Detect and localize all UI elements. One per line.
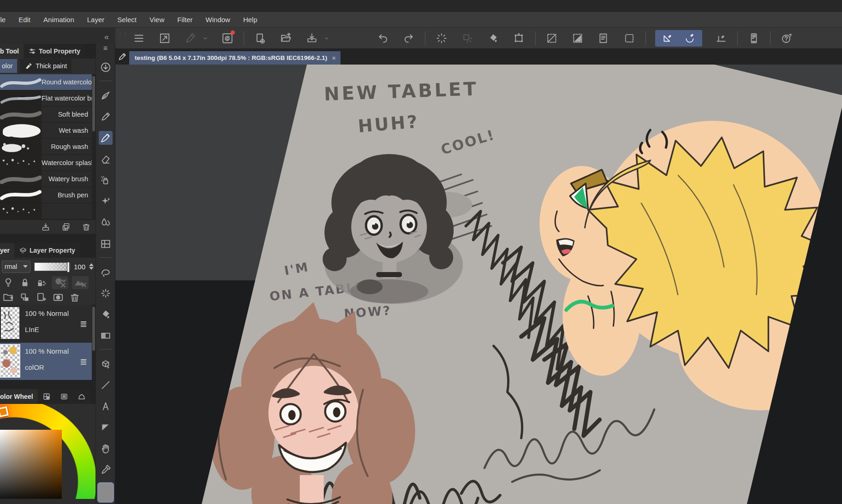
operation-tool[interactable] — [99, 357, 113, 371]
pen-tool[interactable] — [99, 89, 113, 102]
new-layer-button[interactable] — [35, 291, 48, 304]
canvas-scale-button[interactable] — [158, 31, 172, 45]
tab-tool-property[interactable]: Tool Property — [24, 44, 85, 59]
gradient-tool[interactable] — [99, 329, 113, 343]
canvas-viewport[interactable]: NEW TABLET HUH? COOL! I'M ON A TABLET NO… — [115, 65, 842, 504]
layer-color-button[interactable] — [2, 276, 15, 289]
new-canvas-button[interactable] — [253, 31, 267, 45]
object-picker-button[interactable] — [184, 31, 197, 45]
new-folder-button[interactable] — [2, 291, 15, 304]
menu-animation[interactable]: Animation — [42, 16, 75, 24]
transform-button[interactable] — [512, 31, 526, 45]
menu-file[interactable]: File — [0, 16, 6, 24]
decoration-tool[interactable] — [99, 195, 113, 208]
layer-row-color[interactable]: 100 % Normal colOR ≣ — [0, 343, 96, 380]
clip-studio-button[interactable] — [221, 31, 234, 45]
undo-button[interactable] — [376, 31, 390, 45]
brush-item-brush-pen[interactable]: Brush pen — [0, 187, 96, 203]
tab-close-icon[interactable]: × — [332, 54, 336, 62]
blend-mode-select[interactable]: rmal — [2, 261, 30, 273]
invert-selection-button[interactable] — [571, 31, 585, 45]
save-button[interactable] — [305, 31, 319, 45]
transfer-layer-button[interactable] — [18, 291, 31, 304]
duplicate-subtool-button[interactable] — [61, 222, 71, 232]
menu-window[interactable]: Window — [205, 16, 231, 24]
delete-subtool-button[interactable] — [81, 222, 91, 232]
brush-item-rough-wash[interactable]: Rough wash — [0, 139, 96, 155]
open-file-button[interactable] — [279, 31, 293, 45]
eraser-tool[interactable] — [99, 152, 113, 166]
subtool-group-thick-paint[interactable]: Thick paint — [20, 59, 72, 73]
picker-options-button[interactable] — [202, 31, 209, 45]
deselect-button[interactable] — [545, 31, 559, 45]
stepper-up-icon[interactable] — [89, 263, 94, 266]
tab-color-slider[interactable] — [55, 389, 73, 404]
brush-item-soft-bleed[interactable]: Soft bleed — [0, 107, 96, 123]
tab-color-wheel[interactable]: olor Wheel — [0, 389, 38, 404]
subtool-group-watercolor[interactable]: olor — [0, 59, 17, 73]
help-button[interactable] — [780, 31, 794, 45]
layer-list-scrollbar[interactable] — [92, 305, 96, 380]
tablet-mode-button[interactable] — [747, 31, 761, 45]
snap-ruler-button[interactable] — [661, 31, 675, 45]
tab-layer-property[interactable]: Layer Property — [14, 243, 80, 258]
opacity-slider-handle[interactable] — [67, 262, 70, 273]
brush-list-scrollbar[interactable] — [92, 74, 96, 219]
toolbar-drag-handle[interactable]: ⋮⋮ — [117, 33, 122, 44]
snap-guide-button[interactable] — [714, 31, 728, 45]
save-options-button[interactable] — [323, 31, 330, 45]
panel-splitter[interactable] — [0, 234, 96, 243]
frame-tool[interactable] — [99, 237, 113, 251]
opacity-stepper[interactable] — [89, 263, 94, 270]
text-tool[interactable] — [99, 399, 113, 413]
menu-view[interactable]: View — [149, 16, 165, 24]
pencil-tool[interactable] — [99, 110, 113, 124]
document-tab[interactable]: testing (B6 5.04 x 7.17in 300dpi 78.5% :… — [129, 51, 340, 65]
layer-menu-icon[interactable]: ≣ — [80, 356, 87, 367]
layer-menu-icon[interactable]: ≣ — [80, 319, 87, 329]
layer-thumbnail[interactable] — [1, 307, 19, 339]
snap-special-ruler-button[interactable] — [683, 31, 697, 45]
tab-color-set[interactable] — [38, 389, 55, 404]
layer-thumbnail[interactable] — [1, 345, 19, 377]
brush-tool[interactable] — [99, 131, 113, 145]
reference-button[interactable] — [72, 276, 89, 289]
menu-edit[interactable]: Edit — [18, 16, 31, 24]
fill-button[interactable] — [486, 31, 500, 45]
balloon-tool[interactable] — [99, 421, 113, 434]
tab-layer[interactable]: yer — [0, 243, 14, 258]
layer-mask-button[interactable] — [52, 291, 65, 304]
lock-button[interactable] — [18, 276, 31, 289]
blend-tool[interactable] — [99, 216, 113, 230]
import-material-button[interactable] — [41, 222, 51, 232]
clip-below-button[interactable] — [52, 276, 68, 289]
stepper-down-icon[interactable] — [89, 267, 94, 270]
auto-select-tool[interactable] — [99, 286, 113, 300]
brush-item-watercolor-splash[interactable]: Watercolor splash — [0, 155, 96, 171]
main-color-swatch[interactable] — [97, 482, 114, 503]
redo-button[interactable] — [402, 31, 416, 45]
brush-item-watery-brush[interactable]: Watery brush — [0, 171, 96, 187]
brush-item[interactable] — [0, 203, 96, 219]
selection-launcher-button[interactable] — [597, 31, 610, 45]
menu-select[interactable]: Select — [116, 16, 137, 24]
delete-layer-button[interactable] — [68, 291, 81, 304]
selection-tool[interactable] — [99, 265, 113, 279]
clear-button[interactable] — [435, 31, 448, 45]
tool-strip-menu-icon[interactable]: ≡ — [103, 44, 107, 53]
brush-item-round-watercolor-brush[interactable]: Round watercolor brush — [0, 74, 96, 90]
tab-color-mixing[interactable] — [73, 389, 90, 404]
main-menu-button[interactable] — [132, 31, 146, 45]
canvas-artwork[interactable]: NEW TABLET HUH? COOL! I'M ON A TABLET NO… — [115, 65, 842, 504]
select-area-button[interactable] — [622, 31, 636, 45]
eyedropper-tool[interactable] — [99, 463, 113, 477]
layer-row-line[interactable]: 100 % Normal LInE ≣ — [0, 305, 96, 343]
subtool-download[interactable] — [99, 60, 113, 74]
figure-tool[interactable] — [99, 378, 113, 392]
menu-help[interactable]: Help — [242, 16, 258, 24]
menu-filter[interactable]: Filter — [176, 16, 193, 24]
airbrush-tool[interactable] — [99, 173, 113, 187]
panel-splitter[interactable] — [0, 380, 96, 389]
hand-tool[interactable] — [99, 442, 113, 456]
fill-tool[interactable] — [99, 308, 113, 321]
